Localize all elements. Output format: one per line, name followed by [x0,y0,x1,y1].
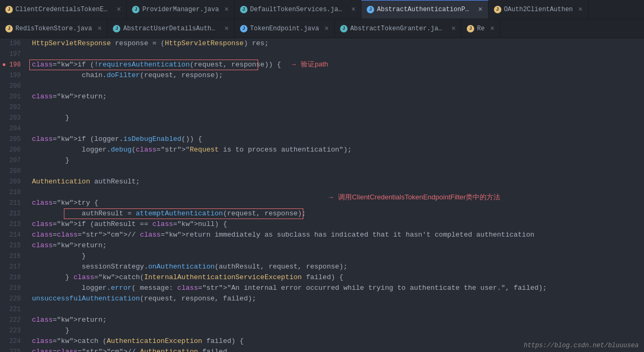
code-line-206: logger.debug(class="str">"Request is to … [32,145,644,155]
editor-wrapper: HttpServletResponse response = (HttpServ… [29,38,644,352]
code-line-205: class="kw">if (logger.isDebugEnabled()) … [32,134,644,145]
gutter-line-200: 200 [0,81,25,91]
code-line-197 [32,49,644,60]
code-line-220: unsuccessfulAuthentication(request, resp… [32,294,644,304]
code-line-204 [32,123,644,134]
code-content: HttpServletResponse response = (HttpServ… [29,38,644,352]
code-line-200 [32,81,644,91]
tab-close[interactable]: × [451,25,456,32]
gutter-line-203: 203 [0,113,25,123]
code-line-216: } [32,251,644,262]
tab-close[interactable]: × [351,6,356,13]
gutter-line-224: 224 [0,336,25,347]
tab2-s1[interactable]: JRedisTokenStore.java× [0,19,108,38]
code-line-214: class=class="str">"cm">// class="kw">ret… [32,230,644,240]
tab-label: ClientCredentialsTokenEndpointFilter.jav… [15,6,111,13]
gutter-line-216: 216 [0,251,25,262]
code-line-217: sessionStrategy.onAuthentication(authRes… [32,262,644,272]
tab2-s2[interactable]: JAbstractUserDetailsAuthenticationProvid… [108,19,234,38]
gutter-line-209: 209 [0,177,25,187]
tab-bar-second: JRedisTokenStore.java×JAbstractUserDetai… [0,19,644,38]
code-line-210 [32,187,644,198]
code-line-211: class="kw">try { [32,198,644,208]
code-line-219: logger.error( message: class="str">"An i… [32,283,644,294]
gutter-line-220: 220 [0,294,25,304]
gutter-line-219: 219 [0,283,25,294]
code-line-209: Authentication authResult; [32,177,644,187]
tab-label: AbstractAuthenticationProcessingFilter.j… [377,6,473,13]
code-line-215: class="kw">return; [32,240,644,251]
tab-icon: J [340,25,348,32]
tab-close[interactable]: × [224,25,228,32]
tab-icon: J [494,6,501,13]
tab-icon: J [113,25,120,32]
gutter-line-206: 206 [0,145,25,155]
code-line-222: class="kw">return; [32,315,644,325]
tab-label: Re [477,25,484,32]
code-line-208 [32,166,644,177]
code-line-198: class="kw">if (!requiresAuthentication(r… [32,60,644,70]
tab-label: AbstractUserDetailsAuthenticationProvide… [123,25,219,32]
gutter-line-222: 222 [0,315,25,325]
tab-tab5[interactable]: JOAuth2ClientAuthen× [489,0,589,19]
gutter-line-202: 202 [0,102,25,113]
gutter-line-208: 208 [0,166,25,177]
gutter-line-198: 198 [0,60,25,70]
tab-label: OAuth2ClientAuthen [504,6,573,13]
tab-icon: J [5,25,13,32]
gutter-line-218: 218 [0,272,25,283]
line-numbers: 1961971981992002012022032042052062072082… [0,38,29,352]
gutter-line-210: 210 [0,187,25,198]
tab-tab1[interactable]: JClientCredentialsTokenEndpointFilter.ja… [0,0,127,19]
code-line-203: } [32,113,644,123]
code-line-223: } [32,325,644,336]
code-line-207: } [32,155,644,166]
tab-label: RedisTokenStore.java [15,25,92,32]
tab-label: ProviderManager.java [142,6,219,13]
gutter-line-197: 197 [0,49,25,60]
tab-icon: J [367,6,374,13]
tab-close[interactable]: × [478,6,482,13]
code-line-196: HttpServletResponse response = (HttpServ… [32,38,644,49]
tab-bar-top: JClientCredentialsTokenEndpointFilter.ja… [0,0,644,19]
tab-icon: J [132,6,139,13]
gutter-line-207: 207 [0,155,25,166]
gutter-line-211: 211 [0,198,25,208]
tab-close[interactable]: × [324,25,328,32]
gutter-line-212: 212 [0,208,25,219]
tab-icon: J [467,25,474,32]
tab2-s5[interactable]: JRe× [461,19,500,38]
tab2-s4[interactable]: JAbstractTokenGranter.java× [335,19,461,38]
gutter-line-225: 225 [0,347,25,352]
tab-close[interactable]: × [224,6,228,13]
gutter-line-201: 201 [0,91,25,102]
gutter-line-213: 213 [0,219,25,230]
tab-close[interactable]: × [578,6,582,13]
tab-tab4[interactable]: JAbstractAuthenticationProcessingFilter.… [361,0,488,19]
code-line-221 [32,304,644,315]
gutter-line-196: 196 [0,38,25,49]
editor-area: 1961971981992002012022032042052062072082… [0,38,644,352]
code-line-199: chain.doFilter(request, response); [32,70,644,81]
tab-icon: J [240,6,247,13]
tab-tab3[interactable]: JDefaultTokenServices.java× [235,0,361,19]
tab-close[interactable]: × [117,6,121,13]
code-line-218: } class="kw">catch(InternalAuthenticatio… [32,272,644,283]
tab2-s3[interactable]: JTokenEndpoint.java× [235,19,335,38]
gutter-line-204: 204 [0,123,25,134]
tab-tab2[interactable]: JProviderManager.java× [127,0,234,19]
tab-icon: J [5,6,13,13]
gutter-line-199: 199 [0,70,25,81]
watermark: https://blog.csdn.net/bluuusea [524,342,639,349]
gutter-line-214: 214 [0,230,25,240]
tab-icon: J [240,25,247,32]
tab-label: TokenEndpoint.java [250,25,319,32]
tab-close[interactable]: × [490,25,494,32]
gutter-line-221: 221 [0,304,25,315]
code-line-213: class="kw">if (authResult == class="kw">… [32,219,644,230]
tab-close[interactable]: × [97,25,102,32]
gutter-line-215: 215 [0,240,25,251]
code-line-202 [32,102,644,113]
gutter-line-205: 205 [0,134,25,145]
gutter-line-223: 223 [0,325,25,336]
